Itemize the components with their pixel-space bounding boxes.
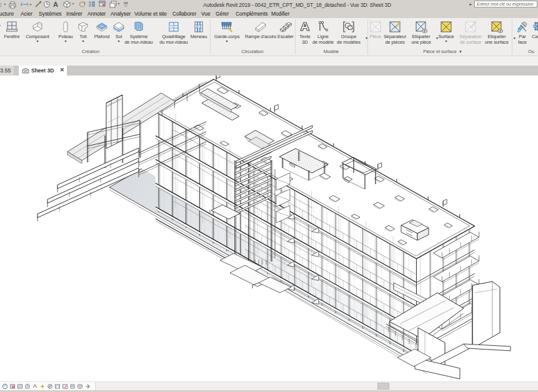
svg-text:A: A: [53, 1, 58, 8]
